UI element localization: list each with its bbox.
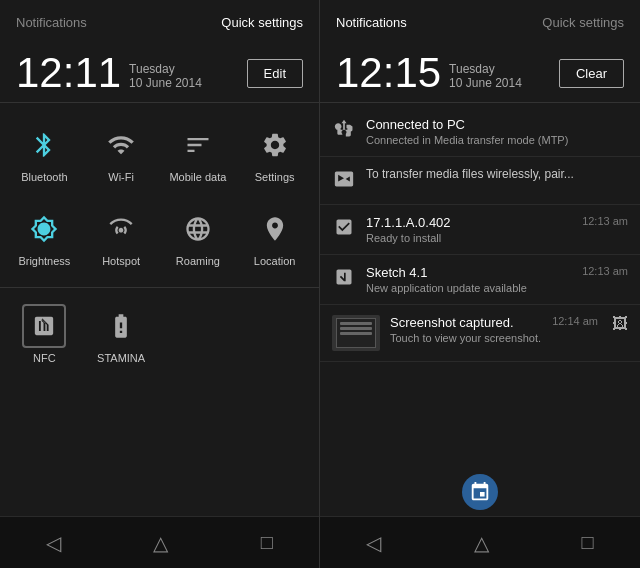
quick-icon-mobile-data[interactable]: Mobile data — [162, 115, 235, 191]
date-block-left: Tuesday 10 June 2014 — [129, 62, 202, 94]
time-row-left: 12:11 Tuesday 10 June 2014 Edit — [0, 44, 319, 98]
settings-label: Settings — [255, 171, 295, 183]
right-header: Notifications Quick settings — [320, 0, 640, 44]
roaming-label: Roaming — [176, 255, 220, 267]
app-icon — [332, 267, 356, 292]
recents-button-right[interactable]: □ — [566, 523, 610, 562]
notif-time-update: 12:13 am — [578, 215, 628, 227]
bottom-nav-left: ◁ △ □ — [0, 516, 319, 568]
sony-logo-area — [320, 468, 640, 516]
notif-body-media: To transfer media files wirelessly, pair… — [366, 167, 628, 181]
quick-icon-nfc[interactable]: NFC — [8, 296, 81, 372]
divider-mid-left — [0, 287, 319, 288]
notif-item-sketch[interactable]: Sketch 4.1 12:13 am New application upda… — [320, 255, 640, 305]
quick-icon-roaming[interactable]: Roaming — [162, 199, 235, 275]
quick-icon-settings[interactable]: Settings — [238, 115, 311, 191]
time-display-right: 12:15 — [336, 52, 441, 94]
tab-notifications-left[interactable]: Notifications — [16, 15, 87, 30]
notif-body-usb: Connected in Media transfer mode (MTP) — [366, 134, 628, 146]
quick-icon-location[interactable]: Location — [238, 199, 311, 275]
divider-top-left — [0, 102, 319, 103]
checkbox-icon — [332, 217, 356, 242]
quick-icon-wifi[interactable]: Wi-Fi — [85, 115, 158, 191]
tab-quick-settings-left[interactable]: Quick settings — [221, 15, 303, 30]
bluetooth-label: Bluetooth — [21, 171, 67, 183]
notif-title-update: 17.1.1.A.0.402 — [366, 215, 451, 230]
time-row-right: 12:15 Tuesday 10 June 2014 Clear — [320, 44, 640, 98]
brightness-icon — [22, 207, 66, 251]
notif-title-sketch: Sketch 4.1 — [366, 265, 427, 280]
time-block-left: 12:11 Tuesday 10 June 2014 — [16, 52, 202, 94]
stamina-icon — [99, 304, 143, 348]
notif-item-usb[interactable]: Connected to PC Connected in Media trans… — [320, 107, 640, 157]
location-icon — [253, 207, 297, 251]
back-button-left[interactable]: ◁ — [30, 523, 77, 563]
date-block-right: Tuesday 10 June 2014 — [449, 62, 522, 94]
screenshot-thumbnail — [332, 315, 380, 351]
left-header: Notifications Quick settings — [0, 0, 319, 44]
quick-icon-bluetooth[interactable]: Bluetooth — [8, 115, 81, 191]
time-block-right: 12:15 Tuesday 10 June 2014 — [336, 52, 522, 94]
media-icon — [332, 169, 356, 194]
left-panel: Notifications Quick settings 12:11 Tuesd… — [0, 0, 320, 568]
notif-time-screenshot: 12:14 am — [548, 315, 598, 327]
notif-content-usb: Connected to PC Connected in Media trans… — [366, 117, 628, 146]
sony-logo — [462, 474, 498, 510]
notif-content-update: 17.1.1.A.0.402 12:13 am Ready to install — [366, 215, 628, 244]
notif-body-sketch: New application update available — [366, 282, 628, 294]
notif-content-media: To transfer media files wirelessly, pair… — [366, 167, 628, 181]
quick-icons-row1: Bluetooth Wi-Fi Mobile data — [0, 107, 319, 199]
quick-icon-stamina[interactable]: STAMINA — [85, 296, 158, 372]
notif-item-media[interactable]: To transfer media files wirelessly, pair… — [320, 157, 640, 205]
date-day-left: Tuesday — [129, 62, 202, 76]
wifi-label: Wi-Fi — [108, 171, 134, 183]
usb-icon — [332, 119, 356, 144]
tab-notifications-right[interactable]: Notifications — [336, 15, 407, 30]
back-button-right[interactable]: ◁ — [350, 523, 397, 563]
settings-icon — [253, 123, 297, 167]
location-label: Location — [254, 255, 296, 267]
notif-time-sketch: 12:13 am — [578, 265, 628, 277]
notif-title-usb: Connected to PC — [366, 117, 628, 132]
notif-row-update: 17.1.1.A.0.402 12:13 am — [366, 215, 628, 232]
notif-item-update[interactable]: 17.1.1.A.0.402 12:13 am Ready to install — [320, 205, 640, 255]
date-full-left: 10 June 2014 — [129, 76, 202, 90]
notif-title-screenshot: Screenshot captured. — [390, 315, 514, 330]
date-day-right: Tuesday — [449, 62, 522, 76]
date-full-right: 10 June 2014 — [449, 76, 522, 90]
roaming-icon — [176, 207, 220, 251]
notif-content-screenshot: Screenshot captured. 12:14 am Touch to v… — [390, 315, 598, 344]
nfc-icon — [22, 304, 66, 348]
notif-content-sketch: Sketch 4.1 12:13 am New application upda… — [366, 265, 628, 294]
quick-icons-row3: NFC STAMINA — [0, 292, 319, 380]
clear-button[interactable]: Clear — [559, 59, 624, 88]
time-display-left: 12:11 — [16, 52, 121, 94]
right-panel: Notifications Quick settings 12:15 Tuesd… — [320, 0, 640, 568]
notif-body-update: Ready to install — [366, 232, 628, 244]
home-button-right[interactable]: △ — [458, 523, 505, 563]
quick-icon-brightness[interactable]: Brightness — [8, 199, 81, 275]
stamina-label: STAMINA — [97, 352, 145, 364]
recents-button-left[interactable]: □ — [245, 523, 289, 562]
nfc-label: NFC — [33, 352, 56, 364]
brightness-label: Brightness — [18, 255, 70, 267]
hotspot-label: Hotspot — [102, 255, 140, 267]
quick-icon-hotspot[interactable]: Hotspot — [85, 199, 158, 275]
divider-top-right — [320, 102, 640, 103]
screenshot-image-icon: 🖼 — [612, 315, 628, 333]
wifi-icon — [99, 123, 143, 167]
hotspot-icon — [99, 207, 143, 251]
notifications-list: Connected to PC Connected in Media trans… — [320, 107, 640, 468]
home-button-left[interactable]: △ — [137, 523, 184, 563]
tab-quick-settings-right[interactable]: Quick settings — [542, 15, 624, 30]
mobile-data-icon — [176, 123, 220, 167]
notif-row-screenshot: Screenshot captured. 12:14 am — [390, 315, 598, 332]
edit-button[interactable]: Edit — [247, 59, 303, 88]
bottom-nav-right: ◁ △ □ — [320, 516, 640, 568]
notif-item-screenshot[interactable]: Screenshot captured. 12:14 am Touch to v… — [320, 305, 640, 362]
notif-body-screenshot: Touch to view your screenshot. — [390, 332, 598, 344]
bluetooth-icon — [22, 123, 66, 167]
notif-row-sketch: Sketch 4.1 12:13 am — [366, 265, 628, 282]
quick-icons-row2: Brightness Hotspot Roaming — [0, 199, 319, 283]
mobile-data-label: Mobile data — [169, 171, 226, 183]
